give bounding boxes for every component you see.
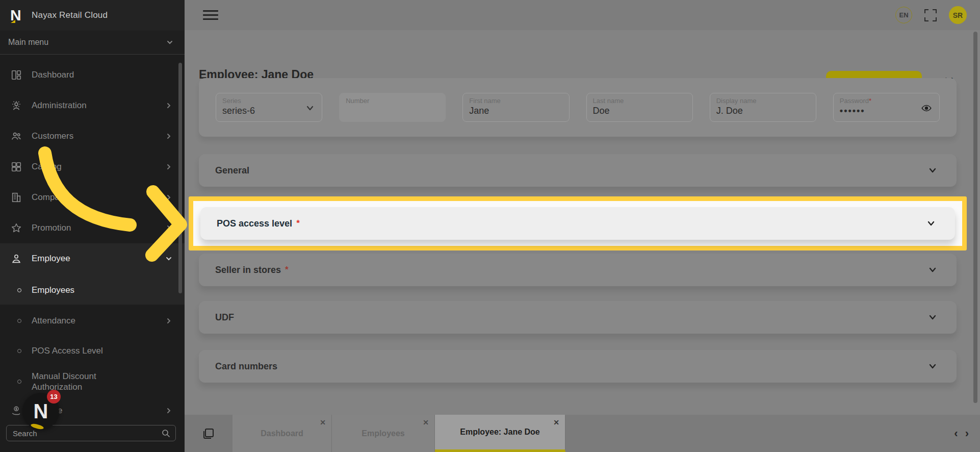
password-field[interactable]: Password* •••••• bbox=[833, 93, 940, 122]
main-content: Employee: Jane Doe Create ✕ Series serie… bbox=[185, 30, 980, 415]
sidebar-item-label: Customers bbox=[32, 131, 165, 141]
main-menu-header[interactable]: Main menu bbox=[0, 31, 185, 55]
chevron-right-icon bbox=[165, 194, 172, 201]
tab-dashboard[interactable]: Dashboard ✕ bbox=[233, 415, 332, 452]
tab-close-icon[interactable]: ✕ bbox=[320, 418, 326, 426]
bullet-icon bbox=[17, 380, 21, 384]
nayax-logo-icon: N bbox=[10, 8, 23, 23]
chevron-down-icon bbox=[927, 361, 938, 372]
accordion-card-numbers[interactable]: Card numbers bbox=[199, 350, 957, 383]
tab-label: Dashboard bbox=[261, 429, 303, 438]
sidebar-item-label: Dashboard bbox=[32, 70, 172, 80]
sidebar-item-manual-discount-authorization[interactable]: Manual Discount Authorization bbox=[0, 366, 185, 397]
accordion-general[interactable]: General bbox=[199, 154, 957, 187]
bullet-icon bbox=[17, 349, 21, 353]
sidebar-item-employees[interactable]: Employees bbox=[0, 275, 185, 306]
sidebar-item-label: Catalog bbox=[32, 162, 165, 172]
bullet-icon bbox=[17, 319, 21, 323]
main-scrollbar[interactable] bbox=[973, 32, 977, 403]
last-name-label: Last name bbox=[593, 97, 686, 105]
eye-icon[interactable] bbox=[921, 103, 932, 114]
tab-label: Employees bbox=[362, 429, 404, 438]
accordion-title: Seller in stores bbox=[215, 265, 281, 275]
grid-icon bbox=[10, 161, 22, 173]
employee-form-card: Series series-6 Number First name Jane L… bbox=[199, 78, 957, 137]
user-avatar[interactable]: SR bbox=[949, 6, 967, 24]
tab-close-icon[interactable]: ✕ bbox=[423, 418, 429, 426]
sidebar-item-dashboard[interactable]: Dashboard bbox=[0, 60, 185, 90]
number-field: Number bbox=[339, 93, 446, 122]
sidebar-item-promotion[interactable]: Promotion bbox=[0, 213, 185, 243]
accordion-seller-in-stores[interactable]: Seller in stores * bbox=[199, 254, 957, 286]
language-badge[interactable]: EN bbox=[895, 7, 912, 23]
chevron-down-icon bbox=[925, 218, 937, 229]
chevron-down-icon bbox=[166, 39, 173, 46]
topbar: EN SR bbox=[185, 0, 980, 30]
building-icon bbox=[10, 191, 22, 204]
sidebar-item-label: POS Access Level bbox=[32, 346, 172, 356]
accordion-title: Card numbers bbox=[215, 361, 277, 372]
chevron-right-icon bbox=[165, 163, 172, 170]
chevron-down-icon bbox=[305, 104, 315, 113]
sidebar-item-attendance[interactable]: Attendance bbox=[0, 306, 185, 336]
fullscreen-icon[interactable] bbox=[924, 9, 937, 21]
series-value: series-6 bbox=[222, 106, 316, 116]
stacked-windows-icon bbox=[201, 426, 216, 441]
sidebar-item-pos-access-level[interactable]: POS Access Level bbox=[0, 336, 185, 366]
sidebar-item-label: Attendance bbox=[32, 316, 165, 326]
people-icon bbox=[10, 130, 22, 142]
required-asterisk: * bbox=[296, 218, 300, 229]
tab-employees[interactable]: Employees ✕ bbox=[332, 415, 435, 452]
display-name-field[interactable]: Display name J. Doe bbox=[710, 93, 816, 122]
chevron-down-icon bbox=[927, 264, 938, 275]
chevron-right-icon bbox=[165, 317, 172, 324]
main-menu-label: Main menu bbox=[8, 38, 48, 47]
sidebar-search bbox=[6, 425, 176, 441]
bullet-icon bbox=[17, 288, 21, 292]
last-name-field[interactable]: Last name Doe bbox=[586, 93, 693, 122]
tabs-scroll-left-icon[interactable]: ‹ bbox=[954, 427, 958, 440]
display-name-value: J. Doe bbox=[716, 106, 810, 116]
sidebar-item-label: Employees bbox=[32, 285, 172, 295]
chevron-right-icon bbox=[165, 407, 172, 414]
hamburger-menu-icon[interactable] bbox=[203, 8, 218, 22]
search-icon bbox=[161, 429, 170, 438]
notification-badge: 13 bbox=[47, 390, 61, 404]
chevron-right-icon bbox=[165, 224, 172, 232]
tab-overview-button[interactable] bbox=[185, 415, 233, 452]
sidebar-item-employee[interactable]: Employee bbox=[0, 243, 185, 274]
series-select[interactable]: Series series-6 bbox=[216, 93, 322, 122]
first-name-label: First name bbox=[469, 97, 562, 105]
password-label: Password* bbox=[840, 97, 933, 105]
chevron-down-icon bbox=[927, 165, 938, 176]
gear-user-icon bbox=[10, 99, 22, 112]
brand-row: N Nayax Retail Cloud bbox=[0, 0, 185, 31]
number-label: Number bbox=[346, 97, 439, 105]
tab-label: Employee: Jane Doe bbox=[460, 428, 540, 437]
required-asterisk: * bbox=[285, 265, 289, 275]
star-icon bbox=[10, 222, 22, 234]
sidebar-item-label: Company bbox=[32, 192, 165, 203]
accordion-udf[interactable]: UDF bbox=[199, 301, 957, 334]
accordion-title: UDF bbox=[215, 312, 234, 323]
accordion-pos-access-level[interactable]: POS access level * bbox=[200, 207, 955, 240]
tutorial-highlight-frame: POS access level * bbox=[189, 196, 967, 250]
sidebar-item-catalog[interactable]: Catalog bbox=[0, 152, 185, 182]
search-input[interactable] bbox=[13, 429, 161, 438]
first-name-field[interactable]: First name Jane bbox=[462, 93, 569, 122]
password-value: •••••• bbox=[840, 106, 933, 116]
tabs-scroll-right-icon[interactable]: › bbox=[965, 427, 969, 440]
series-label: Series bbox=[222, 97, 316, 105]
sidebar-scrollbar[interactable] bbox=[178, 63, 182, 293]
dashboard-icon bbox=[10, 69, 22, 81]
tab-close-icon[interactable]: ✕ bbox=[553, 418, 559, 426]
sidebar-item-customers[interactable]: Customers bbox=[0, 121, 185, 152]
sidebar-item-label: Promotion bbox=[32, 223, 165, 233]
chevron-down-icon bbox=[165, 255, 172, 262]
tab-employee-jane-doe[interactable]: Employee: Jane Doe ✕ bbox=[435, 415, 565, 452]
person-icon bbox=[10, 253, 22, 265]
sidebar: N Nayax Retail Cloud Main menu Dashboard… bbox=[0, 0, 185, 452]
sidebar-item-label: Employee bbox=[32, 254, 165, 264]
sidebar-item-company[interactable]: Company bbox=[0, 182, 185, 213]
sidebar-item-administration[interactable]: Administration bbox=[0, 90, 185, 121]
